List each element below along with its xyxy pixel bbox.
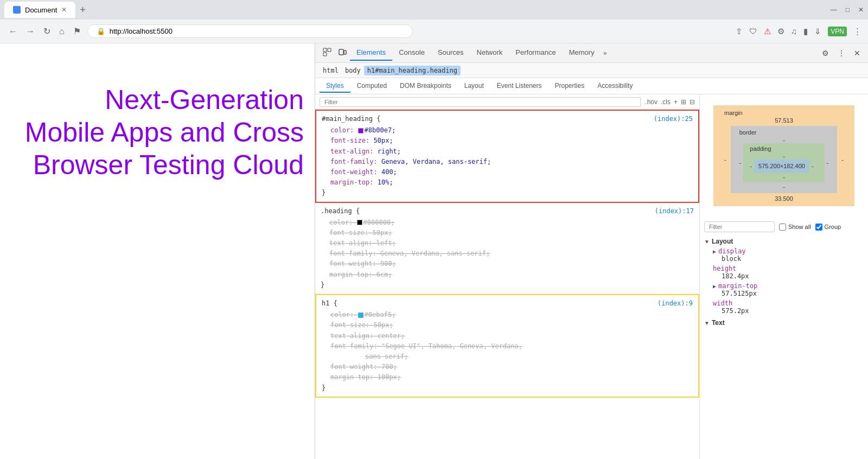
- margin-top-prop: ▶ margin-top: [713, 282, 864, 290]
- shield-icon[interactable]: 🛡: [749, 27, 757, 36]
- display-item: ▶ display block: [704, 246, 864, 264]
- lock-icon: 🔒: [97, 27, 105, 35]
- css-source-link-1[interactable]: (index):25: [654, 114, 693, 124]
- css-rule-h1: h1 { (index):9 color: #0ebaf5; font-size…: [315, 294, 699, 398]
- address-bar[interactable]: 🔒: [87, 24, 413, 38]
- subtab-accessibility[interactable]: Accessibility: [591, 80, 639, 93]
- svg-rect-2: [323, 53, 327, 56]
- css-rule-close-1: }: [322, 188, 693, 198]
- computed-filter-input[interactable]: [704, 221, 775, 232]
- border-top-row: -: [739, 137, 829, 143]
- maximize-button[interactable]: □: [846, 6, 850, 14]
- profile-icon[interactable]: ▮: [803, 27, 808, 36]
- svg-rect-0: [323, 48, 327, 52]
- browser-tab[interactable]: Document ✕: [4, 2, 75, 18]
- css-source-link-2[interactable]: (index):17: [655, 206, 694, 216]
- breadcrumb-body[interactable]: body: [342, 66, 364, 75]
- text-section-header[interactable]: ▼ Text: [704, 318, 864, 328]
- devtools-tab-sources[interactable]: Sources: [431, 45, 470, 61]
- margin-top-item: ▶ margin-top 57.5125px: [704, 281, 864, 298]
- breadcrumb-html[interactable]: html: [320, 66, 342, 75]
- share-icon[interactable]: ⇧: [736, 27, 743, 36]
- music-icon[interactable]: ♫: [791, 27, 797, 36]
- devtools-more-button[interactable]: »: [603, 49, 607, 57]
- css-rule-header-3: h1 { (index):9: [322, 298, 693, 309]
- window-controls: — □ ✕: [831, 6, 864, 14]
- subtab-computed[interactable]: Computed: [350, 80, 393, 93]
- devtools-tab-elements[interactable]: Elements: [350, 45, 392, 61]
- css-selector-2: .heading {: [321, 206, 360, 216]
- subtab-layout[interactable]: Layout: [458, 80, 490, 93]
- devtools-subtabs: Styles Computed DOM Breakpoints Layout E…: [315, 78, 868, 94]
- subtab-styles[interactable]: Styles: [320, 80, 350, 93]
- css-line-margintop-2: margin-top: 6cm;: [321, 270, 694, 280]
- css-source-link-3[interactable]: (index):9: [658, 298, 693, 309]
- margin-top-expand-arrow[interactable]: ▶: [713, 283, 716, 289]
- svg-rect-3: [339, 49, 343, 55]
- css-rule-main-heading: #main_heading { (index):25 color: #8b00e…: [315, 110, 699, 203]
- class-button[interactable]: .cls: [661, 98, 671, 106]
- back-button[interactable]: ←: [7, 24, 20, 39]
- minimize-button[interactable]: —: [831, 6, 837, 14]
- border-bottom-value: -: [739, 183, 829, 190]
- hover-state-button[interactable]: .hov: [645, 98, 658, 106]
- css-rule-header-1: #main_heading { (index):25: [322, 114, 693, 124]
- home-button[interactable]: ⌂: [57, 24, 67, 39]
- menu-icon[interactable]: ⋮: [853, 27, 861, 36]
- padding-left-value: -: [750, 163, 754, 169]
- layout-toggle-icon: ▼: [704, 239, 710, 245]
- padding-top-row: -: [750, 153, 818, 160]
- url-input[interactable]: [110, 27, 404, 35]
- show-all-checkbox-label[interactable]: Show all: [779, 224, 811, 231]
- devtools-menu-button[interactable]: ⋮: [834, 47, 848, 60]
- browser-title-bar: Document ✕ + — □ ✕: [0, 0, 868, 20]
- heading-line2: Mobile Apps and Cross: [25, 117, 304, 148]
- devtools-tab-console[interactable]: Console: [392, 45, 431, 61]
- height-item: height 182.4px: [704, 264, 864, 281]
- subtab-properties[interactable]: Properties: [548, 80, 591, 93]
- devtools-tab-network[interactable]: Network: [470, 45, 509, 61]
- download-icon[interactable]: ⇓: [814, 27, 821, 36]
- display-expand-arrow[interactable]: ▶: [713, 248, 716, 254]
- group-label: Group: [825, 224, 841, 230]
- group-checkbox[interactable]: [815, 224, 822, 231]
- computed-sidebar-button[interactable]: ⊟: [690, 98, 695, 106]
- border-middle-row: - padding - -: [739, 143, 829, 182]
- devtools-toolbar: Elements Console Sources Network Perform…: [315, 43, 868, 63]
- devtools-close-button[interactable]: ✕: [851, 47, 864, 60]
- css-line-fontfamily-3a: font-family: "Segoe UI", Tahoma, Geneva,…: [322, 341, 693, 352]
- vpn-label: VPN: [828, 27, 847, 36]
- width-prop-label: width: [713, 299, 732, 307]
- add-style-button[interactable]: +: [674, 98, 678, 106]
- webpage-content: Next-Generation Mobile Apps and Cross Br…: [0, 43, 315, 459]
- css-line-textalign-1: text-align: right;: [322, 146, 693, 157]
- refresh-button[interactable]: ↻: [41, 24, 53, 39]
- forward-button[interactable]: →: [24, 24, 37, 39]
- styles-filter-input[interactable]: [320, 97, 641, 107]
- tab-close-button[interactable]: ✕: [61, 6, 67, 14]
- subtab-dom-breakpoints[interactable]: DOM Breakpoints: [393, 80, 458, 93]
- device-toolbar-button[interactable]: [335, 46, 350, 60]
- subtab-event-listeners[interactable]: Event Listeners: [490, 80, 548, 93]
- new-tab-button[interactable]: +: [80, 4, 86, 16]
- computed-panel: Show all Group ▼ Layout: [700, 217, 868, 332]
- layout-section: ▼ Layout ▶ display block he: [704, 237, 864, 316]
- layout-section-header[interactable]: ▼ Layout: [704, 237, 864, 246]
- devtools-settings-button[interactable]: ⚙: [819, 47, 832, 60]
- bookmark-button[interactable]: ⚑: [71, 24, 83, 39]
- devtools-tab-performance[interactable]: Performance: [509, 45, 562, 61]
- close-button[interactable]: ✕: [858, 6, 864, 14]
- devtools-tab-memory[interactable]: Memory: [563, 45, 601, 61]
- group-checkbox-label[interactable]: Group: [815, 224, 841, 231]
- border-top-value: -: [783, 137, 785, 143]
- inspect-element-button[interactable]: [320, 46, 335, 60]
- breadcrumb-h1[interactable]: h1#main_heading.heading: [364, 66, 461, 75]
- extensions-icon[interactable]: ⚙: [777, 27, 784, 36]
- css-line-color-1: color: #8b00e7;: [322, 125, 693, 136]
- display-value: block: [713, 255, 864, 263]
- margin-top-value: 57.513: [724, 117, 844, 124]
- warning-icon[interactable]: ⚠: [764, 27, 771, 36]
- show-all-checkbox[interactable]: [779, 224, 786, 231]
- css-line-textalign-2: text-align: left;: [321, 238, 694, 248]
- toggle-panel-button[interactable]: ⊞: [681, 98, 686, 106]
